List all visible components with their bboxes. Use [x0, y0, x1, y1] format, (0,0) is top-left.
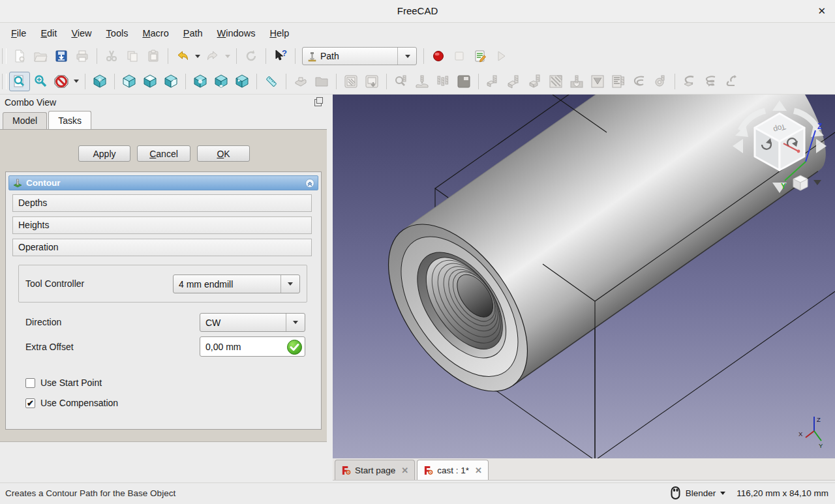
undo-icon[interactable]	[172, 46, 193, 66]
menu-path[interactable]: Path	[176, 24, 210, 42]
checkbox-box[interactable]	[25, 378, 35, 388]
close-tab-icon[interactable]: ✕	[401, 466, 408, 475]
path-drilling-icon[interactable]	[566, 72, 587, 91]
view-front-icon[interactable]	[119, 72, 140, 91]
cancel-button[interactable]: Cancel	[137, 145, 190, 162]
macro-edit-icon[interactable]	[470, 46, 491, 66]
tab-tasks[interactable]: Tasks	[48, 111, 91, 129]
view-left-icon[interactable]	[232, 72, 252, 91]
use-compensation-checkbox[interactable]: ✔ Use Compensation	[25, 398, 118, 408]
menu-help[interactable]: Help	[262, 24, 296, 42]
tasks-dock: Apply Cancel OK Contour Depths Heights O…	[0, 129, 327, 442]
path-pocket-icon[interactable]	[545, 72, 566, 91]
separator	[423, 48, 424, 64]
path-toolpath-folder-icon[interactable]	[311, 72, 332, 91]
menu-tools[interactable]: Tools	[99, 24, 136, 42]
toolbar-grip[interactable]	[2, 48, 7, 64]
tool-controller-value: 4 mm endmill	[179, 279, 233, 289]
path-helix-icon[interactable]	[629, 72, 650, 91]
collapse-section-icon[interactable]	[305, 179, 314, 188]
contour-section-header[interactable]: Contour	[8, 175, 318, 190]
view-top-icon[interactable]	[140, 72, 160, 91]
path-profile-icon[interactable]	[483, 72, 504, 91]
tab-label: Start page	[355, 466, 395, 475]
separator	[236, 48, 237, 64]
path-copy-icon[interactable]	[679, 72, 700, 91]
macro-execute-icon[interactable]	[491, 46, 511, 66]
path-face-icon[interactable]	[608, 72, 629, 91]
nav-style-selector[interactable]: Blender	[686, 488, 728, 498]
workbench-selector[interactable]: Path	[302, 47, 417, 65]
path-simple-copy-icon[interactable]	[721, 72, 742, 91]
path-array-icon[interactable]	[700, 72, 721, 91]
menu-view[interactable]: View	[64, 24, 99, 42]
extra-offset-input[interactable]: 0,00 mm	[200, 336, 305, 357]
path-profile-faces-icon[interactable]	[524, 72, 545, 91]
path-toolbit-dock-icon[interactable]	[453, 72, 474, 91]
menu-windows[interactable]: Windows	[210, 24, 263, 42]
view-isometric-icon[interactable]	[89, 72, 110, 91]
ok-button[interactable]: OK	[197, 145, 250, 162]
close-window-icon[interactable]: ✕	[817, 5, 826, 17]
checkbox-box[interactable]: ✔	[25, 398, 35, 408]
direction-value: CW	[205, 318, 220, 328]
save-document-icon[interactable]	[51, 46, 72, 66]
panel-splitter[interactable]	[327, 95, 333, 482]
view-bottom-icon[interactable]	[211, 72, 232, 91]
direction-select[interactable]: CW	[200, 313, 305, 332]
path-inspect-icon[interactable]	[391, 72, 412, 91]
fit-all-icon[interactable]	[9, 72, 30, 91]
fit-selection-icon[interactable]	[30, 72, 51, 91]
separator	[168, 48, 168, 64]
path-engrave-icon[interactable]	[587, 72, 608, 91]
macro-record-icon[interactable]	[428, 46, 449, 66]
draw-style-icon[interactable]	[51, 72, 72, 91]
view-right-icon[interactable]	[160, 72, 181, 91]
tool-controller-select[interactable]: 4 mm endmill	[173, 274, 300, 293]
redo-dropdown-icon[interactable]	[225, 55, 230, 58]
section-depths[interactable]: Depths	[12, 194, 312, 212]
tab-cast-document[interactable]: cast : 1* ✕	[417, 460, 489, 480]
print-icon[interactable]	[72, 46, 93, 66]
3d-viewport[interactable]: Top Z Y Z X Y	[333, 95, 835, 458]
section-operation[interactable]: Operation	[12, 239, 312, 256]
path-toolbits-icon[interactable]	[433, 72, 453, 91]
path-contour-icon[interactable]	[504, 72, 524, 91]
macro-stop-icon[interactable]	[449, 46, 470, 66]
tab-model[interactable]: Model	[3, 112, 47, 129]
path-adaptive-icon[interactable]	[650, 72, 671, 91]
close-tab-icon[interactable]: ✕	[475, 466, 482, 475]
new-document-icon[interactable]	[9, 46, 30, 66]
separator	[675, 74, 675, 89]
document-tab-bar: Start page ✕ cast : 1* ✕	[333, 458, 835, 481]
menu-macro[interactable]: Macro	[135, 24, 175, 42]
mouse-nav-icon[interactable]	[671, 486, 680, 499]
path-post-process-icon[interactable]	[361, 72, 382, 91]
undo-dropdown-icon[interactable]	[195, 55, 200, 58]
use-start-point-label: Use Start Point	[40, 378, 102, 388]
menu-edit[interactable]: Edit	[33, 24, 64, 42]
tab-start-page[interactable]: Start page ✕	[335, 460, 415, 480]
use-start-point-checkbox[interactable]: Use Start Point	[25, 378, 102, 388]
section-heights[interactable]: Heights	[12, 216, 312, 234]
paste-icon[interactable]	[143, 46, 164, 66]
cut-icon[interactable]	[101, 46, 122, 66]
draw-style-dropdown-icon[interactable]	[74, 80, 79, 83]
axis-cross-x-label: X	[798, 430, 803, 437]
measure-distance-icon[interactable]	[261, 72, 282, 91]
path-export-template-icon[interactable]	[341, 72, 361, 91]
menu-file[interactable]: File	[4, 24, 33, 42]
float-panel-icon[interactable]	[314, 99, 322, 106]
redo-icon[interactable]	[202, 46, 223, 66]
path-simulator-icon[interactable]	[412, 72, 433, 91]
toolbar-grip[interactable]	[2, 74, 7, 89]
copy-icon[interactable]	[122, 46, 143, 66]
apply-button[interactable]: Apply	[78, 145, 130, 162]
view-rear-icon[interactable]	[190, 72, 211, 91]
combo-view-tabs: Model Tasks	[3, 111, 93, 129]
refresh-icon[interactable]	[241, 46, 262, 66]
open-document-icon[interactable]	[30, 46, 51, 66]
path-job-icon[interactable]	[290, 72, 311, 91]
whats-this-icon[interactable]: ?	[270, 46, 291, 66]
separator	[266, 48, 266, 64]
